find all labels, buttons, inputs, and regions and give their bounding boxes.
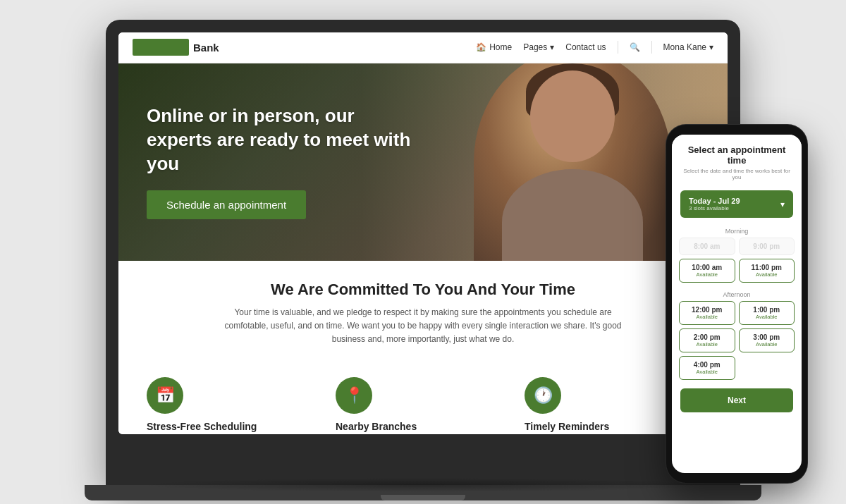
schedule-button[interactable]: Schedule an appointment <box>147 190 306 219</box>
afternoon-slots: 12:00 pm Available 1:00 pm Available 2:0… <box>672 301 802 380</box>
phone-title: Select an appointment time <box>680 145 793 166</box>
scheduling-icon: 📅 <box>147 377 183 414</box>
slot-status: Available <box>745 341 789 348</box>
time-slot-100[interactable]: 1:00 pm Available <box>739 301 795 325</box>
time-slot-900[interactable]: 9:00 pm <box>739 238 795 255</box>
feature-scheduling-title: Stress-Free Scheduling <box>147 421 321 432</box>
feature-branches-title: Nearby Branches <box>336 421 510 432</box>
chevron-down-icon: ▾ <box>550 42 554 52</box>
slot-time: 1:00 pm <box>745 306 789 314</box>
time-slot-400[interactable]: 4:00 pm Available <box>679 356 735 380</box>
slot-time: 10:00 am <box>685 264 729 271</box>
nav-pages-link[interactable]: Pages ▾ <box>523 42 554 52</box>
nav-logo: Bank <box>133 39 219 56</box>
morning-slots: 8:00 am 9:00 pm 10:00 am Available 11:00… <box>672 238 802 283</box>
laptop-shadow <box>137 478 709 492</box>
slot-status: Available <box>685 369 729 375</box>
logo-green-block <box>133 39 189 56</box>
phone-subtitle: Select the date and time the works best … <box>680 168 793 180</box>
slot-time: 12:00 pm <box>685 306 729 314</box>
slots-available: 3 slots available <box>689 205 740 211</box>
laptop-frame: Bank 🏠 Home Pages ▾ Contact us <box>106 20 740 485</box>
features-section: 📅 Stress-Free Scheduling Our online sche… <box>118 377 728 434</box>
slot-status: Available <box>685 271 729 278</box>
commitment-title: We Are Committed To You And Your Time <box>147 281 699 299</box>
hero-person <box>474 63 671 261</box>
home-icon: 🏠 <box>476 42 486 52</box>
phone-header: Select an appointment time Select the da… <box>672 135 802 186</box>
slot-status: Available <box>745 314 789 320</box>
nav-home-link[interactable]: 🏠 Home <box>476 42 512 52</box>
person-body <box>502 169 643 261</box>
phone-wrapper: Select an appointment time Select the da… <box>666 125 807 483</box>
hero-section: Online or in person, our experts are rea… <box>118 63 728 261</box>
nav-contact-link[interactable]: Contact us <box>565 42 606 52</box>
slot-time: 4:00 pm <box>685 361 729 369</box>
slot-status: Available <box>685 341 729 348</box>
website: Bank 🏠 Home Pages ▾ Contact us <box>118 32 728 434</box>
nav-links: 🏠 Home Pages ▾ Contact us 🔍 <box>476 41 713 54</box>
time-slot-300[interactable]: 3:00 pm Available <box>739 328 795 352</box>
hero-title: Online or in person, our experts are rea… <box>147 104 415 176</box>
date-info: Today - Jul 29 3 slots available <box>689 197 740 211</box>
phone-notch <box>716 125 758 133</box>
slot-time: 3:00 pm <box>745 333 789 341</box>
slot-time: 9:00 pm <box>745 242 789 250</box>
slot-status: Available <box>685 314 729 320</box>
nav-divider-2 <box>651 41 652 54</box>
slot-time: 11:00 pm <box>745 264 789 271</box>
phone-screen: Select an appointment time Select the da… <box>672 135 802 473</box>
feature-scheduling: 📅 Stress-Free Scheduling Our online sche… <box>147 377 321 434</box>
nav-bar: Bank 🏠 Home Pages ▾ Contact us <box>118 32 728 63</box>
hero-content: Online or in person, our experts are rea… <box>147 104 415 219</box>
time-slot-800[interactable]: 8:00 am <box>679 238 735 255</box>
laptop-screen: Bank 🏠 Home Pages ▾ Contact us <box>118 32 728 434</box>
commitment-body: Your time is valuable, and we pledge to … <box>212 306 634 347</box>
time-slot-1000[interactable]: 10:00 am Available <box>679 259 735 283</box>
laptop-wrapper: Bank 🏠 Home Pages ▾ Contact us <box>106 20 740 485</box>
commitment-section: We Are Committed To You And Your Time Yo… <box>118 261 728 378</box>
person-head <box>530 70 615 162</box>
slot-status: Available <box>745 271 789 278</box>
next-button[interactable]: Next <box>680 388 793 412</box>
nav-divider <box>618 41 618 54</box>
reminders-icon: 🕐 <box>525 377 561 414</box>
slot-time: 8:00 am <box>685 242 729 250</box>
user-chevron-icon: ▾ <box>709 42 713 52</box>
nav-user-menu[interactable]: Mona Kane ▾ <box>663 42 713 52</box>
afternoon-label: Afternoon <box>672 285 802 301</box>
logo-text: Bank <box>193 42 219 54</box>
time-slot-1200[interactable]: 12:00 pm Available <box>679 301 735 325</box>
morning-label: Morning <box>672 222 802 238</box>
search-icon[interactable]: 🔍 <box>630 42 640 52</box>
slot-time: 2:00 pm <box>685 333 729 341</box>
date-chevron-icon: ▾ <box>780 199 785 209</box>
date-text: Today - Jul 29 <box>689 197 740 205</box>
branches-icon: 📍 <box>336 377 372 414</box>
phone-frame: Select an appointment time Select the da… <box>666 125 807 483</box>
time-slot-200[interactable]: 2:00 pm Available <box>679 328 735 352</box>
date-selector-button[interactable]: Today - Jul 29 3 slots available ▾ <box>680 190 793 218</box>
time-slot-1100[interactable]: 11:00 pm Available <box>739 259 795 283</box>
feature-branches: 📍 Nearby Branches We make it easy to cho… <box>336 377 510 434</box>
